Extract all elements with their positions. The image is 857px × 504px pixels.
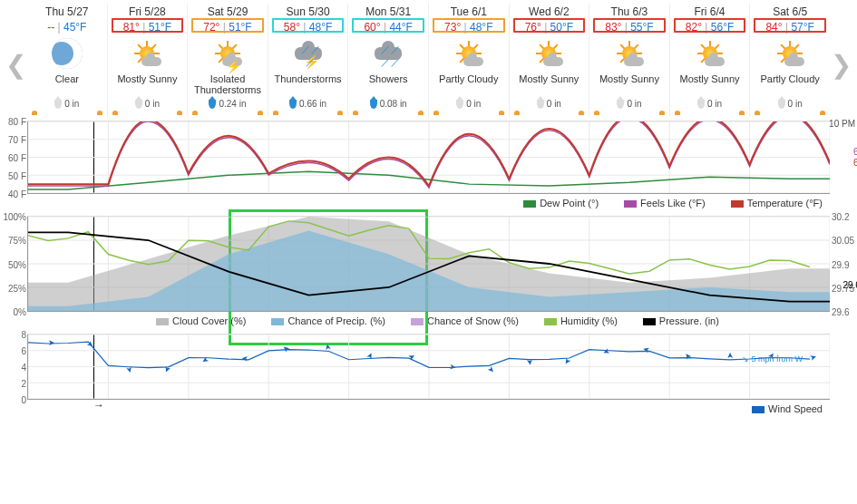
day-label: Tue 6/1 <box>430 5 508 18</box>
day-label: Sun 5/30 <box>269 5 347 18</box>
series-end-label: 29.66 in <box>842 280 857 290</box>
svg-text:➤: ➤ <box>200 354 210 366</box>
sun-moon-row <box>349 111 427 115</box>
svg-text:➤: ➤ <box>601 346 611 357</box>
day-temps: 84° | 57°F <box>751 21 829 34</box>
wind-dir-arrow: → <box>93 399 104 412</box>
svg-text:➤: ➤ <box>524 358 534 366</box>
precip-amount: 0.24 in <box>189 99 267 109</box>
legend-item[interactable]: Wind Speed <box>739 403 823 414</box>
sun-moon-row <box>28 111 106 115</box>
legend-item[interactable]: Temperature (°F) <box>718 198 823 208</box>
condition-text: Mostly Sunny <box>671 73 749 97</box>
temperature-legend: Dew Point (°)Feels Like (°F)Temperature … <box>27 194 830 214</box>
day-column[interactable]: Fri 5/28 81° | 51°F Mostly Sunny 0 in <box>107 4 188 117</box>
sun-moon-row <box>430 111 508 115</box>
day-label: Wed 6/2 <box>511 5 589 18</box>
series-end-label: 68 °F <box>853 158 857 168</box>
condition-text: Partly Cloudy <box>430 73 508 97</box>
series-end-label: 68 °F <box>853 147 857 157</box>
raindrop-icon <box>370 100 377 109</box>
day-column[interactable]: Thu 5/27 -- | 45°F Clear 0 in <box>27 4 107 117</box>
precip-chart: 0%25%50%75%100% 29.629.7529.930.0530.2 4… <box>27 216 830 332</box>
weather-icon <box>511 35 589 72</box>
legend-item[interactable]: Chance of Precip. (%) <box>258 315 385 326</box>
svg-text:➤: ➤ <box>448 363 457 373</box>
day-temps: 76° | 50°F <box>511 21 589 34</box>
svg-text:➤: ➤ <box>124 365 135 374</box>
prev-arrow[interactable]: ❮ <box>5 50 26 80</box>
day-temps: 82° | 56°F <box>671 21 749 34</box>
day-label: Thu 6/3 <box>590 5 668 18</box>
day-temps: 81° | 51°F <box>109 21 187 34</box>
condition-text: Mostly Sunny <box>511 73 589 97</box>
legend-item[interactable]: Humidity (%) <box>531 315 618 326</box>
wind-end-label: ↘ 5 mph from W <box>742 354 803 363</box>
svg-text:➤: ➤ <box>85 339 97 351</box>
day-column[interactable]: Wed 6/2 76° | 50°F Mostly Sunny 0 in <box>509 4 589 117</box>
time-label: 10 PM <box>829 119 855 129</box>
day-label: Sat 5/29 <box>189 5 267 18</box>
day-temps: 72° | 51°F <box>189 21 267 34</box>
weather-icon <box>430 35 508 72</box>
precip-amount: 0 in <box>28 99 106 109</box>
condition-text: Mostly Sunny <box>590 73 668 97</box>
legend-item[interactable]: Dew Point (°) <box>511 198 599 208</box>
weather-icon <box>751 35 829 72</box>
weather-icon: ⚡ <box>189 35 267 72</box>
day-column[interactable]: Tue 6/1 73° | 48°F Partly Cloudy 0 in <box>428 4 509 117</box>
legend-item[interactable]: Cloud Cover (%) <box>143 315 246 326</box>
day-temps: 83° | 55°F <box>590 21 668 34</box>
precip-amount: 0 in <box>590 99 668 109</box>
day-column[interactable]: Mon 5/31 60° | 44°F ／／／／ Showers 0.08 in <box>347 4 428 117</box>
wind-chart: 02468 → ➤➤➤➤➤➤➤➤➤➤➤➤➤➤➤➤➤➤➤➤↘ 5 mph from… <box>27 334 830 420</box>
precip-amount: 0 in <box>751 99 829 109</box>
weather-icon <box>590 35 668 72</box>
sun-moon-row <box>109 111 187 115</box>
sun-moon-row <box>590 111 668 115</box>
precip-amount: 0 in <box>511 99 589 109</box>
svg-text:➤: ➤ <box>280 343 292 354</box>
day-label: Sat 6/5 <box>751 5 829 18</box>
day-temps: 73° | 48°F <box>430 21 508 34</box>
condition-text: Clear <box>28 73 106 97</box>
day-label: Thu 5/27 <box>28 5 106 18</box>
weather-icon: ⚡／／／ <box>269 35 347 72</box>
svg-text:➤: ➤ <box>241 354 249 363</box>
day-column[interactable]: Sun 5/30 58° | 48°F ⚡／／／ Thunderstorms 0… <box>268 4 348 117</box>
legend-item[interactable]: Feels Like (°F) <box>611 198 706 208</box>
day-column[interactable]: Thu 6/3 83° | 55°F Mostly Sunny 0 in <box>589 4 669 117</box>
raindrop-icon <box>537 100 544 109</box>
condition-text: Showers <box>349 73 427 97</box>
svg-text:➤: ➤ <box>641 344 650 355</box>
condition-text: Isolated Thunderstorms <box>189 73 267 97</box>
raindrop-icon <box>209 100 216 109</box>
svg-text:➤: ➤ <box>725 352 734 359</box>
day-label: Fri 6/4 <box>671 5 749 18</box>
raindrop-icon <box>697 100 705 109</box>
raindrop-icon <box>456 100 463 109</box>
day-column[interactable]: Fri 6/4 82° | 56°F Mostly Sunny 0 in <box>669 4 750 117</box>
legend-item[interactable]: Chance of Snow (%) <box>398 315 519 326</box>
precip-amount: 0 in <box>430 99 508 109</box>
sun-moon-row <box>189 111 267 115</box>
sun-moon-row <box>671 111 749 115</box>
condition-text: Partly Cloudy <box>751 73 829 97</box>
raindrop-icon <box>778 100 785 109</box>
weather-icon <box>671 35 749 72</box>
sun-moon-row <box>511 111 589 115</box>
day-temps: 60° | 44°F <box>349 21 427 34</box>
day-column[interactable]: Sat 6/5 84° | 57°F Partly Cloudy 0 in <box>749 4 830 117</box>
svg-text:➤: ➤ <box>681 350 693 361</box>
weather-icon: ／／／／ <box>349 35 427 72</box>
legend-item[interactable]: Pressure. (in) <box>630 315 719 326</box>
precip-amount: 0.08 in <box>349 99 427 109</box>
day-temps: -- | 45°F <box>28 21 106 34</box>
day-label: Fri 5/28 <box>109 5 187 18</box>
raindrop-icon <box>289 100 297 109</box>
next-arrow[interactable]: ❯ <box>831 50 852 80</box>
precip-amount: 0 in <box>109 99 187 109</box>
day-column[interactable]: Sat 5/29 72° | 51°F ⚡ Isolated Thunderst… <box>187 4 268 117</box>
temperature-chart: 40 F50 F60 F70 F80 F 68 °F68 °F48 ° Dew … <box>27 121 830 214</box>
condition-text: Thunderstorms <box>269 73 347 97</box>
